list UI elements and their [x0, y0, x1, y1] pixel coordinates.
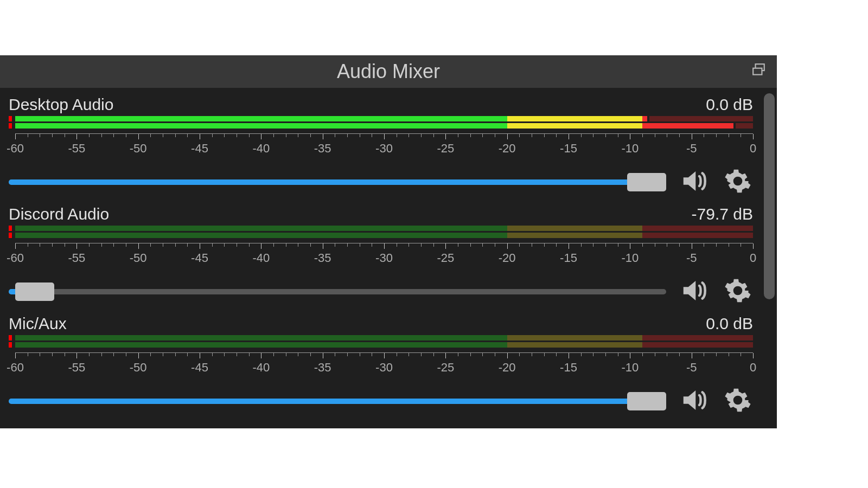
- speaker-icon: [680, 166, 709, 198]
- mixer-channel: Discord Audio -79.7 dB: [0, 197, 770, 307]
- volume-slider[interactable]: [9, 284, 666, 300]
- db-scale: -60-55-50-45-40-35-30-25-20-15-10-50: [9, 133, 753, 157]
- channel-meter: [9, 226, 753, 242]
- channel-name: Desktop Audio: [9, 95, 113, 114]
- panel-titlebar: Audio Mixer: [0, 55, 777, 88]
- svg-rect-1: [753, 68, 762, 75]
- audio-mixer-panel: Audio Mixer Desktop Audio 0.0 dB: [0, 55, 777, 428]
- db-scale: -60-55-50-45-40-35-30-25-20-15-10-50: [9, 352, 753, 376]
- dock-window-icon: [751, 63, 767, 77]
- channel-name: Discord Audio: [9, 205, 109, 223]
- channel-settings-button[interactable]: [723, 386, 753, 416]
- mixer-channel: Desktop Audio 0.0 dB: [0, 88, 770, 197]
- panel-title: Audio Mixer: [0, 60, 777, 83]
- channel-meter: [9, 335, 753, 351]
- speaker-icon: [680, 386, 709, 417]
- channel-level: 0.0 dB: [706, 95, 753, 114]
- mixer-channel: Mic/Aux 0.0 dB: [0, 307, 770, 416]
- volume-slider[interactable]: [9, 174, 666, 190]
- channel-name: Mic/Aux: [9, 314, 67, 333]
- speaker-icon: [680, 276, 709, 307]
- db-scale: -60-55-50-45-40-35-30-25-20-15-10-50: [9, 243, 753, 267]
- channel-settings-button[interactable]: [723, 277, 753, 307]
- mute-button[interactable]: [679, 167, 710, 197]
- mute-button[interactable]: [679, 386, 710, 416]
- mixer-body: Desktop Audio 0.0 dB: [0, 88, 777, 428]
- gear-icon: [724, 277, 751, 306]
- channel-level: 0.0 dB: [706, 314, 753, 333]
- volume-slider[interactable]: [9, 393, 666, 409]
- scrollbar-thumb[interactable]: [764, 93, 775, 299]
- channel-level: -79.7 dB: [692, 205, 753, 223]
- gear-icon: [724, 387, 751, 416]
- channel-meter: [9, 116, 753, 132]
- channel-settings-button[interactable]: [723, 167, 753, 197]
- dock-toggle-button[interactable]: [751, 63, 768, 78]
- gear-icon: [724, 168, 751, 197]
- mute-button[interactable]: [679, 277, 710, 307]
